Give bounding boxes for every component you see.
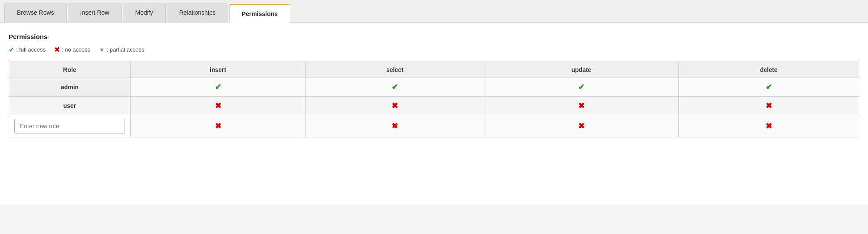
section-title: Permissions xyxy=(9,33,859,40)
cell-delete[interactable]: ✔ xyxy=(678,78,859,97)
cell-update[interactable]: ✖ xyxy=(484,115,678,137)
cross-icon: ✖ xyxy=(391,101,398,110)
cross-icon: ✖ xyxy=(391,122,398,130)
cross-icon: ✖ xyxy=(766,101,772,110)
new-role-input[interactable] xyxy=(14,119,125,133)
col-header-insert: insert xyxy=(131,62,306,78)
col-header-role: Role xyxy=(9,62,131,78)
permissions-table: Role insert select update delete xyxy=(9,62,859,137)
tab-bar: Browse Rows Insert Row Modify Relationsh… xyxy=(0,0,868,23)
cell-insert[interactable]: ✖ xyxy=(131,115,306,137)
legend: ✔ : full access ✖ : no access ▼ : partia… xyxy=(9,46,859,54)
tab-relationships[interactable]: Relationships xyxy=(167,3,228,22)
cell-delete[interactable]: ✖ xyxy=(678,97,859,115)
cross-icon: ✖ xyxy=(215,122,221,130)
cross-icon: ✖ xyxy=(578,122,585,130)
legend-partial-access: ▼ : partial access xyxy=(99,46,145,53)
legend-no-access: ✖ : no access xyxy=(54,46,90,54)
cell-update[interactable]: ✖ xyxy=(484,97,678,115)
check-icon: ✔ xyxy=(391,83,398,91)
table-row: ✖✖✖✖ xyxy=(9,115,859,137)
check-icon: ✔ xyxy=(9,46,14,54)
legend-full-access: ✔ : full access xyxy=(9,46,46,54)
role-cell: user xyxy=(9,97,131,115)
table-row: admin✔✔✔✔ xyxy=(9,78,859,97)
col-header-delete: delete xyxy=(678,62,859,78)
col-header-select: select xyxy=(306,62,484,78)
content-area: Permissions ✔ : full access ✖ : no acces… xyxy=(0,23,868,205)
new-role-cell xyxy=(9,115,131,137)
check-icon: ✔ xyxy=(766,83,772,91)
cross-icon: ✖ xyxy=(215,101,221,110)
filter-icon: ▼ xyxy=(99,46,105,53)
tabs-container: Browse Rows Insert Row Modify Relationsh… xyxy=(0,0,868,205)
cell-delete[interactable]: ✖ xyxy=(678,115,859,137)
col-header-update: update xyxy=(484,62,678,78)
cell-update[interactable]: ✔ xyxy=(484,78,678,97)
cell-insert[interactable]: ✔ xyxy=(131,78,306,97)
cell-select[interactable]: ✔ xyxy=(306,78,484,97)
cell-select[interactable]: ✖ xyxy=(306,97,484,115)
tab-permissions[interactable]: Permissions xyxy=(229,4,290,23)
table-header-row: Role insert select update delete xyxy=(9,62,859,78)
check-icon: ✔ xyxy=(215,83,221,91)
cell-insert[interactable]: ✖ xyxy=(131,97,306,115)
tab-modify[interactable]: Modify xyxy=(123,3,166,22)
cross-icon: ✖ xyxy=(766,122,772,130)
cross-icon: ✖ xyxy=(54,46,60,54)
tab-insert-row[interactable]: Insert Row xyxy=(68,3,122,22)
check-icon: ✔ xyxy=(578,83,585,91)
cell-select[interactable]: ✖ xyxy=(306,115,484,137)
role-cell: admin xyxy=(9,78,131,97)
table-row: user✖✖✖✖ xyxy=(9,97,859,115)
tab-browse-rows[interactable]: Browse Rows xyxy=(4,3,67,22)
cross-icon: ✖ xyxy=(578,101,585,110)
